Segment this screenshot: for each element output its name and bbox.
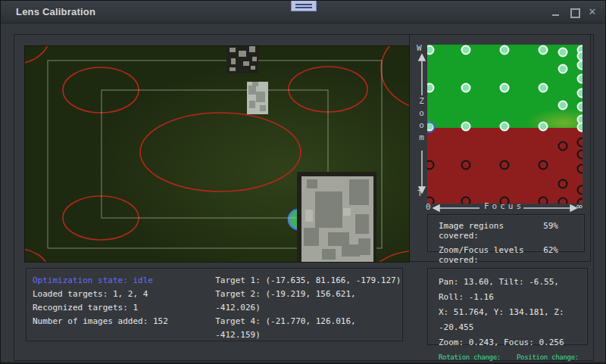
target-position: Target 2: (-19.219, 156.621, -412.026) <box>215 288 402 315</box>
uncovered-sample-dot <box>539 161 548 170</box>
zoom-focus-values: Zoom: 0.243, Focus: 0.256 <box>439 335 587 350</box>
covered-sample-dot <box>427 46 434 54</box>
coverage-stats-box: Image regions covered: 59% Zoom/Focus le… <box>427 214 585 252</box>
rotation-change: Rotation change: 0.002 <box>439 353 509 364</box>
focus-axis-max: ∞ <box>576 201 583 212</box>
covered-sample-dot <box>427 84 434 92</box>
covered-sample-dot <box>501 46 509 54</box>
zoom-axis-wide-label: W <box>417 43 422 53</box>
covered-sample-dot <box>462 123 470 131</box>
uncovered-sample-dot <box>462 198 470 204</box>
calibration-status-box: Optimization state: idle Loaded targets:… <box>26 268 403 341</box>
covered-sample-dot <box>578 89 583 98</box>
covered-sample-dot <box>539 123 548 131</box>
covered-sample-dot <box>539 84 548 92</box>
covered-sample-dot <box>559 48 567 57</box>
uncovered-sample-dot <box>427 161 434 170</box>
uncovered-sample-dot <box>578 186 583 194</box>
window-controls: ✕ <box>551 7 598 17</box>
uncovered-sample-dot <box>539 198 548 204</box>
loaded-targets: Loaded targets: 1, 2, 4 <box>33 288 215 301</box>
uncovered-sample-dot <box>559 142 567 151</box>
coverage-row: Image regions covered: 59% <box>439 221 575 241</box>
uncovered-sample-dot <box>559 180 567 188</box>
fiducial-marker-small <box>247 82 268 114</box>
covered-sample-dot <box>578 61 583 70</box>
zoom-focus-coverage-map[interactable] <box>427 45 583 204</box>
coverage-row: Zoom/Focus levels covered: 62% <box>439 245 575 265</box>
position-change: Position change: 0.008 <box>517 353 587 364</box>
xyz-position: X: 51.764, Y: 134.181, Z: -20.455 <box>439 305 587 335</box>
uncovered-sample-dot <box>462 161 470 170</box>
target-position: Target 1: (-17.635, 81.166, -179.127) <box>215 274 402 288</box>
close-button[interactable]: ✕ <box>587 7 598 17</box>
coverage-value: 59% <box>543 221 575 241</box>
covered-sample-dot <box>578 123 583 132</box>
coverage-value: 62% <box>543 245 575 265</box>
coverage-dots <box>427 45 583 204</box>
covered-sample-dot <box>501 84 509 92</box>
dock-drag-handle[interactable] <box>291 1 317 11</box>
covered-sample-dot <box>462 46 470 54</box>
images-added-count: Number of images added: 152 <box>33 315 215 328</box>
calibration-scene <box>25 46 409 262</box>
camera-calibration-view <box>25 46 409 262</box>
title-bar: Lens Calibration ✕ <box>1 1 606 23</box>
maximize-button[interactable] <box>569 7 579 17</box>
covered-sample-dot <box>559 65 567 73</box>
zoom-axis-tele-label: T <box>417 188 423 198</box>
target-position: Target 4: (-21.770, 126.016, -412.159) <box>215 315 402 342</box>
uncovered-sample-dot <box>578 165 583 173</box>
covered-sample-dot <box>559 101 567 110</box>
coverage-label: Zoom/Focus levels covered: <box>439 245 543 265</box>
fiducial-marker-dark <box>226 46 258 73</box>
change-readout: Rotation change: 0.002 Position change: … <box>439 353 587 364</box>
covered-sample-dot <box>578 103 583 111</box>
pan-tilt-roll: Pan: 13.60, Tilt: -6.55, Roll: -1.16 <box>439 275 587 305</box>
camera-pose-box: Pan: 13.60, Tilt: -6.55, Roll: -1.16 X: … <box>427 268 588 345</box>
recognized-targets: Recognized targets: 1 <box>33 301 215 315</box>
window-title: Lens Calibration <box>16 6 95 17</box>
covered-sample-dot <box>578 52 583 61</box>
covered-sample-dot <box>462 84 470 92</box>
optimization-state: Optimization state: idle <box>33 274 215 288</box>
covered-sample-dot <box>539 46 548 54</box>
focus-axis-label: Focus <box>484 201 524 211</box>
covered-sample-dot <box>501 123 509 131</box>
zoom-axis-label: Zoom <box>417 96 426 145</box>
uncovered-sample-dot <box>501 161 509 170</box>
uncovered-sample-dot <box>578 138 583 147</box>
covered-sample-dot <box>578 75 583 83</box>
focus-axis-min: 0 <box>426 202 431 212</box>
fiducial-marker-large <box>297 172 376 262</box>
uncovered-sample-dot <box>559 198 567 204</box>
minimize-button[interactable] <box>551 7 561 17</box>
coverage-label: Image regions covered: <box>439 221 543 241</box>
uncovered-sample-dot <box>578 151 583 159</box>
